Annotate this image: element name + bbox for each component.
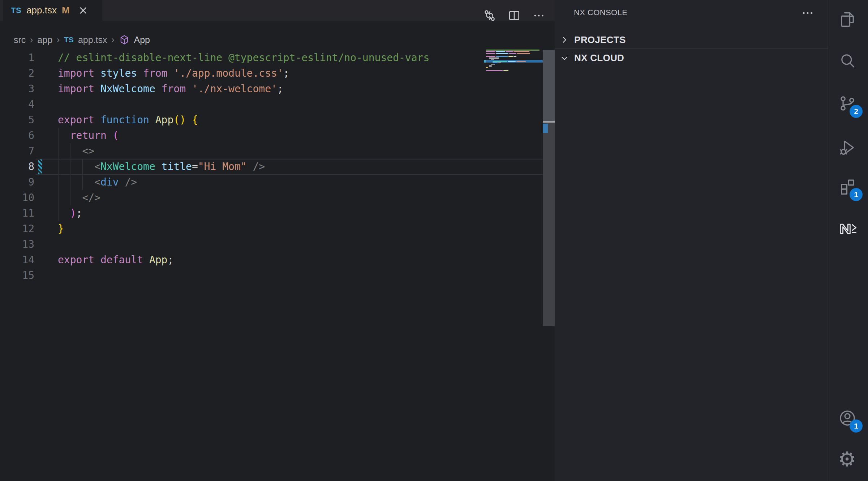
- minimap-row: [486, 65, 543, 67]
- code-line: export function App() {: [0, 112, 506, 128]
- minimap-row: [486, 54, 543, 55]
- minimap-modified-marker: [484, 60, 486, 63]
- tab-bar: TS app.tsx M: [0, 0, 555, 21]
- extensions-icon[interactable]: 1: [838, 177, 858, 197]
- tab-file-name: app.tsx: [26, 5, 57, 16]
- code-line: // eslint-disable-next-line @typescript-…: [0, 50, 506, 65]
- vscode-window: TS app.tsx M src›app›TSapp.tsx›App 12345…: [0, 0, 868, 481]
- code-line: );: [0, 205, 506, 221]
- minimap-row: [486, 72, 543, 73]
- code-line: [0, 268, 506, 283]
- compare-changes-icon[interactable]: [483, 9, 497, 22]
- minimap-row: [486, 70, 543, 71]
- chevron-right-icon: [559, 34, 570, 45]
- section-label: PROJECTS: [574, 34, 626, 46]
- minimap-row: [486, 68, 543, 70]
- section-label: NX CLOUD: [574, 52, 624, 64]
- badge-count: 1: [850, 188, 863, 201]
- breadcrumb-separator-icon: ›: [112, 35, 115, 45]
- code-line: import styles from './app.module.css';: [0, 65, 506, 81]
- gear-icon: ⚙: [838, 447, 856, 471]
- code-line: import NxWelcome from './nx-welcome';: [0, 81, 506, 97]
- code-line: <div />: [0, 174, 506, 190]
- code-editor[interactable]: // eslint-disable-next-line @typescript-…: [0, 50, 506, 283]
- minimap-row: [486, 52, 543, 54]
- typescript-file-icon: TS: [64, 35, 74, 44]
- split-editor-icon[interactable]: [507, 9, 521, 22]
- minimap[interactable]: [486, 49, 543, 74]
- section-nx-cloud[interactable]: NX CLOUD: [555, 48, 828, 67]
- chevron-down-icon: [559, 53, 570, 64]
- minimap-row: [486, 57, 543, 59]
- breadcrumb-item[interactable]: App: [134, 35, 150, 45]
- breadcrumb-item[interactable]: app.tsx: [78, 35, 107, 45]
- breadcrumb-item[interactable]: app: [37, 35, 52, 45]
- breadcrumb-separator-icon: ›: [30, 35, 33, 45]
- scrollbar-slider[interactable]: [543, 50, 555, 122]
- code-line: }: [0, 221, 506, 237]
- section-projects[interactable]: PROJECTS: [555, 31, 828, 48]
- breadcrumb-item[interactable]: src: [14, 35, 26, 45]
- settings-icon[interactable]: ⚙: [838, 449, 858, 469]
- nx-console-icon[interactable]: [838, 220, 858, 240]
- code-line: </>: [0, 190, 506, 205]
- panel-title: NX CONSOLE: [574, 8, 627, 17]
- breadcrumb[interactable]: src›app›TSapp.tsx›App: [14, 33, 150, 47]
- overview-modified-marker: [543, 124, 548, 133]
- minimap-row: [486, 64, 543, 65]
- editor-scrollbar[interactable]: [543, 50, 555, 326]
- code-line: [0, 237, 506, 252]
- panel-header: NX CONSOLE: [555, 0, 828, 25]
- minimap-row: [486, 60, 543, 62]
- minimap-row: [486, 62, 543, 63]
- nx-console-panel: NX CONSOLE PROJECTS NX CLOUD REMOTE CACH…: [555, 0, 828, 481]
- typescript-file-icon: TS: [11, 6, 21, 15]
- close-icon[interactable]: [78, 5, 89, 16]
- badge-count: 2: [850, 105, 863, 118]
- code-line: [0, 97, 506, 112]
- code-line: <NxWelcome title="Hi Mom" />: [0, 159, 506, 174]
- activity-bar: 211⚙: [828, 0, 868, 481]
- minimap-row: [486, 49, 543, 51]
- search-icon[interactable]: [838, 51, 858, 72]
- minimap-row: [486, 56, 543, 57]
- code-line: <>: [0, 143, 506, 159]
- accounts-icon[interactable]: 1: [838, 409, 858, 429]
- run-and-debug-icon[interactable]: [838, 138, 858, 158]
- panel-more-actions-icon[interactable]: [800, 6, 815, 20]
- explorer-icon[interactable]: [838, 10, 858, 30]
- modified-indicator: M: [62, 5, 70, 16]
- minimap-row: [486, 67, 543, 68]
- code-line: export default App;: [0, 252, 506, 268]
- editor-toolbar: [483, 9, 546, 22]
- breadcrumb-separator-icon: ›: [57, 35, 60, 45]
- tab-app-tsx[interactable]: TS app.tsx M: [3, 0, 102, 21]
- overview-cursor-marker: [543, 121, 555, 123]
- minimap-row: [486, 51, 543, 52]
- badge-count: 1: [850, 420, 863, 433]
- symbol-cube-icon: [119, 34, 130, 45]
- more-actions-icon[interactable]: [532, 9, 546, 22]
- source-control-icon[interactable]: 2: [838, 94, 858, 114]
- code-line: return (: [0, 128, 506, 143]
